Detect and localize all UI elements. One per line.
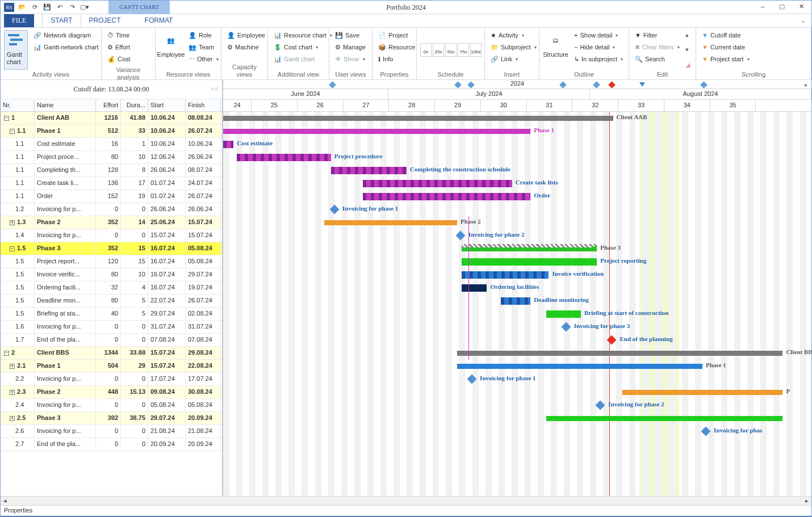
gantt-bar[interactable] bbox=[457, 351, 782, 356]
col-nr[interactable]: Nr. bbox=[1, 99, 35, 111]
subproject-button[interactable]: 📁Subproject bbox=[488, 42, 539, 53]
expander-icon[interactable]: + bbox=[10, 364, 15, 369]
table-row[interactable]: +2.1Phase 15042915.07.2422.08.24 bbox=[1, 360, 222, 373]
col-start[interactable]: Start bbox=[148, 99, 186, 111]
hide-detail-button[interactable]: −Hide detail bbox=[572, 42, 625, 53]
table-row[interactable]: −1Client AAB121641.8810.06.2408.08.24 bbox=[1, 112, 222, 125]
gantt-bar[interactable] bbox=[622, 390, 783, 395]
gantt-bar[interactable] bbox=[561, 322, 571, 332]
resource-prop-button[interactable]: 📦Resource bbox=[376, 42, 417, 53]
gantt-bar[interactable] bbox=[363, 180, 512, 187]
save-view-button[interactable]: 💾Save bbox=[333, 30, 368, 41]
gantt-bar[interactable] bbox=[455, 231, 465, 241]
manage-button[interactable]: ⚙Manage bbox=[333, 42, 368, 53]
gantt-bar[interactable] bbox=[324, 220, 457, 225]
gantt-bar[interactable] bbox=[223, 141, 233, 148]
tab-start[interactable]: START bbox=[42, 14, 81, 27]
link-button[interactable]: 🔗Link bbox=[488, 54, 539, 65]
table-row[interactable]: 1.5Briefing at sta...40529.07.2402.08.24 bbox=[1, 308, 222, 321]
capacity-employee-button[interactable]: 👤Employee bbox=[225, 30, 267, 41]
gantt-bar[interactable] bbox=[607, 335, 617, 345]
table-row[interactable]: 1.1Cost estimate16110.06.2410.06.24 bbox=[1, 138, 222, 151]
table-row[interactable]: 1.1Project proce...801012.06.2426.06.24 bbox=[1, 151, 222, 164]
gantt-bar[interactable] bbox=[462, 246, 597, 251]
gantt-bar[interactable] bbox=[596, 401, 605, 410]
gantt-bar[interactable] bbox=[546, 416, 782, 421]
move-down-icon[interactable]: ▾ bbox=[685, 46, 690, 53]
gantt-bar[interactable] bbox=[331, 167, 407, 174]
resource-chart-button[interactable]: 📊Resource chart bbox=[271, 30, 334, 41]
table-row[interactable]: −1.1Phase 15123310.06.2426.07.24 bbox=[1, 125, 222, 138]
minimize-button[interactable]: – bbox=[755, 1, 771, 13]
gantt-bar[interactable] bbox=[462, 284, 487, 292]
table-row[interactable]: 2.6Invoicing for p...0021.08.2421.08.24 bbox=[1, 425, 222, 438]
gantt-bar[interactable] bbox=[237, 154, 331, 161]
close-button[interactable]: ✕ bbox=[793, 1, 809, 13]
other-button[interactable]: ⋯Other bbox=[186, 54, 221, 65]
table-row[interactable]: 1.1Create task li...1361701.07.2424.07.2… bbox=[1, 177, 222, 190]
table-row[interactable]: 1.5Invoice verific...801016.07.2429.07.2… bbox=[1, 268, 222, 281]
gantt-bar[interactable] bbox=[329, 205, 339, 215]
gantt-bar[interactable] bbox=[467, 375, 477, 384]
time-button[interactable]: ⏱Time bbox=[105, 30, 133, 41]
table-row[interactable]: 1.1Order1521901.07.2426.07.24 bbox=[1, 190, 222, 203]
maximize-button[interactable]: ▢ bbox=[774, 1, 790, 13]
network-diagram-button[interactable]: 🔗Network diagram bbox=[31, 30, 101, 41]
expander-icon[interactable]: − bbox=[10, 246, 15, 251]
schedule-25x[interactable]: 25x bbox=[433, 43, 444, 57]
expander-icon[interactable]: − bbox=[4, 351, 9, 356]
table-row[interactable]: 1.2Invoicing for p...0026.06.2426.06.24 bbox=[1, 203, 222, 216]
role-button[interactable]: 👤Role bbox=[186, 30, 221, 41]
table-row[interactable]: 2.2Invoicing for p...0017.07.2417.07.24 bbox=[1, 373, 222, 386]
gantt-bar[interactable] bbox=[223, 116, 613, 121]
table-row[interactable]: 2.4Invoicing for p...0005.08.2405.08.24 bbox=[1, 399, 222, 412]
col-duration[interactable]: Dura... bbox=[121, 99, 148, 111]
table-row[interactable]: +2.3Phase 244815.1309.08.2430.08.24 bbox=[1, 386, 222, 399]
expander-icon[interactable]: − bbox=[10, 129, 15, 134]
team-button[interactable]: 👥Team bbox=[186, 42, 221, 53]
table-row[interactable]: 1.5Ordering facili...32416.07.2419.07.24 bbox=[1, 281, 222, 295]
effort-button[interactable]: ⚙Effort bbox=[105, 42, 133, 53]
expander-icon[interactable]: − bbox=[4, 116, 9, 121]
in-subproject-button[interactable]: ↳In subproject bbox=[572, 54, 625, 65]
cost-button[interactable]: 💰Cost bbox=[105, 54, 133, 65]
collapse-panel-icon[interactable]: << bbox=[211, 85, 219, 94]
filter-button[interactable]: ▼Filter bbox=[633, 30, 682, 41]
current-date-button[interactable]: ▼Current date bbox=[700, 42, 752, 53]
col-effort[interactable]: Effort bbox=[96, 99, 121, 111]
table-row[interactable]: 1.5Deadline mon...80522.07.2426.07.24 bbox=[1, 295, 222, 308]
tab-file[interactable]: FILE bbox=[4, 14, 34, 27]
eraser-icon[interactable]: ◢ bbox=[685, 61, 690, 69]
info-button[interactable]: ℹInfo bbox=[376, 54, 417, 65]
gantt-bar[interactable] bbox=[701, 427, 711, 436]
table-row[interactable]: +1.3Phase 23521425.06.2415.07.24 bbox=[1, 216, 222, 229]
h-scrollbar[interactable]: ◂▸ bbox=[1, 496, 811, 505]
table-row[interactable]: −2Client BBS134433.8815.07.2429.08.24 bbox=[1, 347, 222, 360]
table-row[interactable]: 1.6Invoicing for p...0031.07.2431.07.24 bbox=[1, 321, 222, 334]
schedule-75x[interactable]: 75x bbox=[458, 43, 469, 57]
gantt-bar[interactable] bbox=[546, 310, 581, 318]
table-row[interactable]: 1.1Completing th...128826.06.2408.07.24 bbox=[1, 164, 222, 177]
gantt-bar[interactable] bbox=[462, 271, 549, 279]
schedule-100x[interactable]: 100x bbox=[470, 43, 482, 57]
table-row[interactable]: 2.7End of the pla...0020.09.2420.09.24 bbox=[1, 438, 222, 451]
tab-format[interactable]: FORMAT bbox=[137, 14, 181, 27]
table-row[interactable]: 1.4Invoicing for p...0015.07.2415.07.24 bbox=[1, 229, 222, 242]
gantt-network-button[interactable]: 📊Gantt-network chart bbox=[31, 42, 101, 53]
time-caret-icon[interactable]: ▸ bbox=[805, 81, 808, 89]
gantt-bar[interactable] bbox=[501, 297, 531, 305]
table-row[interactable]: −1.5Phase 33521516.07.2405.08.24 bbox=[1, 242, 222, 255]
gantt-bar[interactable] bbox=[457, 364, 702, 369]
gantt-bar[interactable] bbox=[363, 193, 530, 200]
cost-chart-button[interactable]: 💲Cost chart bbox=[271, 42, 334, 53]
gantt-bar[interactable] bbox=[462, 258, 597, 266]
expander-icon[interactable]: + bbox=[10, 416, 15, 421]
col-name[interactable]: Name bbox=[35, 99, 96, 111]
schedule-0x[interactable]: 0x bbox=[420, 43, 432, 57]
show-detail-button[interactable]: +Show detail bbox=[572, 30, 625, 41]
collapse-ribbon-icon[interactable]: ⌃ bbox=[801, 20, 806, 27]
expander-icon[interactable]: + bbox=[10, 220, 15, 225]
table-row[interactable]: 1.5Project report...1201516.07.2405.08.2… bbox=[1, 255, 222, 268]
machine-button[interactable]: ⚙Machine bbox=[225, 42, 267, 53]
table-row[interactable]: +2.5Phase 339238.7529.07.2420.09.24 bbox=[1, 412, 222, 425]
